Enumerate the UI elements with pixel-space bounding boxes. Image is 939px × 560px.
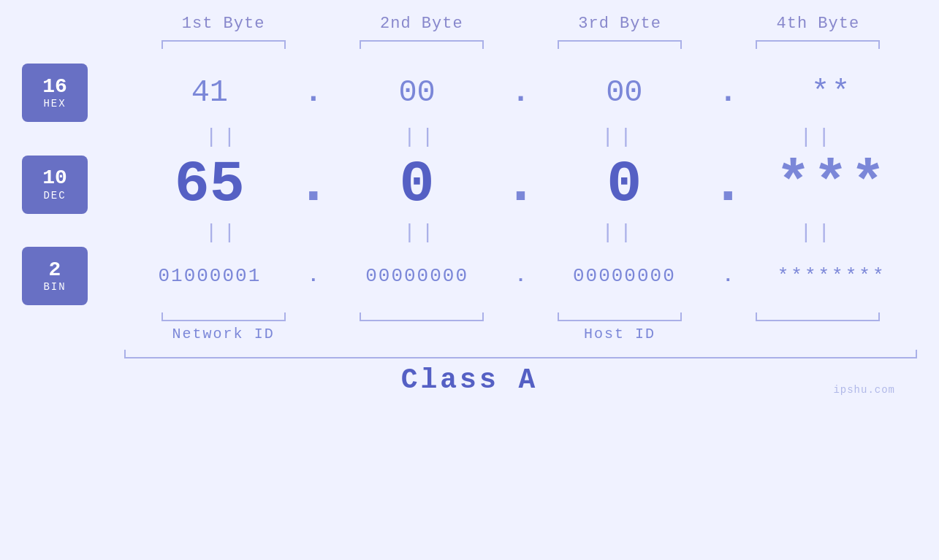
bracket-top-2 — [360, 40, 484, 49]
dec-dot3-char: . — [710, 151, 745, 218]
bin-byte2-slot: 00000000 — [332, 265, 503, 287]
byte1-header: 1st Byte — [124, 15, 322, 33]
bin-label-box: 2 BIN — [22, 247, 88, 305]
class-label: Class A — [401, 364, 539, 396]
id-labels: Network ID Host ID — [124, 326, 917, 342]
equals-row-2: || || || || — [124, 218, 917, 247]
hex-byte2-slot: 00 — [332, 75, 503, 110]
hex-base-label: HEX — [43, 98, 66, 110]
bottom-bracket-cell-1 — [124, 312, 322, 321]
dec-row: 10 DEC 65 . 0 . 0 . *** — [22, 151, 917, 218]
bracket-bottom-4 — [756, 312, 880, 321]
bracket-cell-2 — [322, 40, 520, 49]
hex-dot3-char: . — [719, 75, 737, 110]
byte4-header: 4th Byte — [719, 15, 917, 33]
class-row: Class A ipshu.com — [22, 364, 917, 396]
dec-byte4-slot: *** — [746, 151, 917, 218]
bin-dot2-char: . — [515, 265, 527, 287]
hex-byte1: 41 — [191, 75, 228, 110]
dec-byte2-slot: 0 — [332, 151, 503, 218]
watermark: ipshu.com — [833, 384, 895, 396]
bin-byte2: 00000000 — [365, 265, 468, 287]
dec-dot2-char: . — [503, 151, 539, 218]
equals-cell-2b: || — [322, 221, 520, 244]
bracket-cell-1 — [124, 40, 322, 49]
bin-values: 01000001 . 00000000 . 00000000 . *******… — [124, 265, 917, 287]
bracket-bottom-3 — [558, 312, 682, 321]
equals-row-1: || || || || — [124, 122, 917, 151]
bin-byte1: 01000001 — [158, 265, 261, 287]
hex-byte4-slot: ** — [746, 75, 917, 110]
bin-label-spacer: 2 BIN — [22, 247, 124, 305]
bracket-top-3 — [558, 40, 682, 49]
bin-byte4: ******** — [778, 265, 886, 287]
hex-row: 16 HEX 41 . 00 . 00 . ** — [22, 64, 917, 122]
hex-label-box: 16 HEX — [22, 64, 88, 122]
bottom-brackets-row — [124, 312, 917, 321]
dec-dot2: . — [503, 151, 539, 218]
hex-dot3: . — [710, 75, 746, 110]
bin-byte1-slot: 01000001 — [124, 265, 295, 287]
dec-values: 65 . 0 . 0 . *** — [124, 151, 917, 218]
dec-dot1: . — [295, 151, 332, 218]
hex-base-num: 16 — [42, 76, 67, 99]
bin-dot3: . — [710, 265, 746, 287]
dec-label-box: 10 DEC — [22, 156, 88, 214]
bin-dot2: . — [503, 265, 539, 287]
bottom-bracket-cell-2 — [322, 312, 520, 321]
equals-cell-2a: || — [124, 221, 322, 244]
bottom-bracket-cell-4 — [719, 312, 917, 321]
bin-dot1-char: . — [308, 265, 319, 287]
top-brackets — [124, 40, 917, 49]
hex-dot2: . — [503, 75, 539, 110]
hex-label-spacer: 16 HEX — [22, 64, 124, 122]
hex-byte4: ** — [811, 75, 852, 110]
hex-byte2: 00 — [398, 75, 435, 110]
main-container: 1st Byte 2nd Byte 3rd Byte 4th Byte 16 H… — [0, 0, 939, 560]
dec-dot1-char: . — [296, 151, 331, 218]
hex-dot2-char: . — [512, 75, 530, 110]
byte3-header: 3rd Byte — [521, 15, 719, 33]
equals-cell-1a: || — [124, 126, 322, 148]
equals-cell-1d: || — [719, 126, 917, 148]
equals-cell-1c: || — [521, 126, 719, 148]
dec-label-spacer: 10 DEC — [22, 156, 124, 214]
bin-row: 2 BIN 01000001 . 00000000 . 00000000 . — [22, 247, 917, 305]
bin-dot3-char: . — [722, 265, 734, 287]
equals-cell-1b: || — [322, 126, 520, 148]
dec-byte2: 0 — [400, 151, 435, 218]
dec-byte1: 65 — [175, 151, 245, 218]
bin-byte4-slot: ******** — [746, 265, 917, 287]
dec-dot3: . — [710, 151, 746, 218]
hex-byte3: 00 — [606, 75, 642, 110]
bracket-bottom-1 — [161, 312, 286, 321]
dec-base-num: 10 — [42, 167, 67, 190]
dec-base-label: DEC — [43, 190, 66, 202]
host-id-label: Host ID — [322, 326, 917, 342]
bottom-bracket-cell-3 — [521, 312, 719, 321]
bracket-cell-4 — [719, 40, 917, 49]
dec-byte1-slot: 65 — [124, 151, 295, 218]
dec-byte3-slot: 0 — [539, 151, 710, 218]
full-bracket-bottom — [124, 350, 917, 358]
hex-dot1: . — [295, 75, 332, 110]
byte2-header: 2nd Byte — [322, 15, 520, 33]
bin-byte3-slot: 00000000 — [539, 265, 710, 287]
bin-base-num: 2 — [49, 259, 61, 282]
equals-cell-2c: || — [521, 221, 719, 244]
bin-base-label: BIN — [43, 281, 66, 293]
byte-headers: 1st Byte 2nd Byte 3rd Byte 4th Byte — [124, 0, 917, 33]
hex-byte1-slot: 41 — [124, 75, 295, 110]
hex-values: 41 . 00 . 00 . ** — [124, 75, 917, 110]
network-id-label: Network ID — [124, 326, 322, 342]
bracket-top-4 — [756, 40, 880, 49]
hex-byte3-slot: 00 — [539, 75, 710, 110]
bracket-cell-3 — [521, 40, 719, 49]
full-bottom-bracket — [124, 350, 917, 358]
dec-byte3: 0 — [607, 151, 642, 218]
bin-dot1: . — [295, 265, 332, 287]
bin-byte3: 00000000 — [573, 265, 676, 287]
bracket-bottom-2 — [360, 312, 484, 321]
bracket-top-1 — [161, 40, 286, 49]
dec-byte4: *** — [776, 151, 888, 218]
